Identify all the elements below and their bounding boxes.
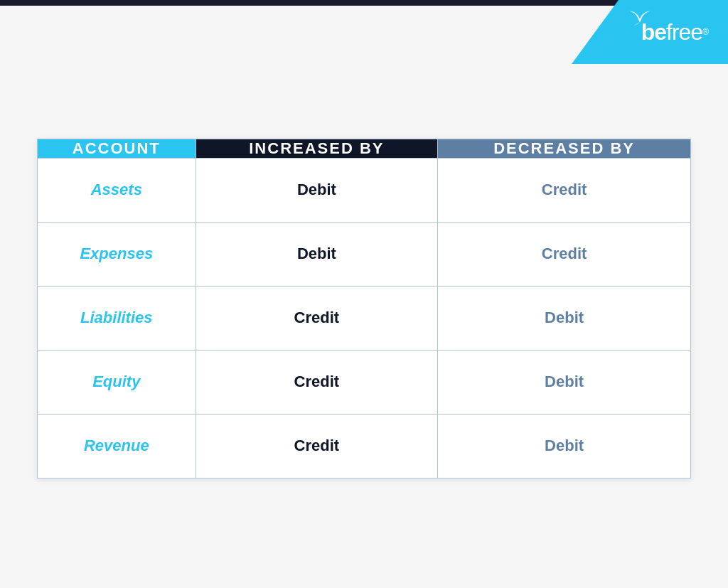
cell-increased-expenses: Debit — [196, 222, 438, 286]
cell-increased-liabilities: Credit — [196, 286, 438, 350]
cell-account-expenses: Expenses — [38, 222, 196, 286]
cell-decreased-expenses: Credit — [438, 222, 691, 286]
table-row: ExpensesDebitCredit — [38, 222, 691, 286]
cell-decreased-revenue: Debit — [438, 414, 691, 478]
cell-increased-assets: Debit — [196, 158, 438, 222]
bird-icon — [628, 10, 651, 28]
table-row: LiabilitiesCreditDebit — [38, 286, 691, 350]
cell-account-liabilities: Liabilities — [38, 286, 196, 350]
logo-area: befree® — [572, 0, 728, 64]
cell-decreased-equity: Debit — [438, 350, 691, 414]
logo-registered: ® — [702, 27, 708, 37]
table-row: AssetsDebitCredit — [38, 158, 691, 222]
logo-free: free — [666, 19, 702, 46]
main-content: ACCOUNT INCREASED BY DECREASED BY Assets… — [36, 71, 692, 545]
cell-account-revenue: Revenue — [38, 414, 196, 478]
table-header-row: ACCOUNT INCREASED BY DECREASED BY — [38, 139, 691, 158]
table-body: AssetsDebitCreditExpensesDebitCreditLiab… — [38, 158, 691, 478]
table-row: EquityCreditDebit — [38, 350, 691, 414]
cell-decreased-assets: Credit — [438, 158, 691, 222]
cell-increased-revenue: Credit — [196, 414, 438, 478]
cell-account-assets: Assets — [38, 158, 196, 222]
cell-account-equity: Equity — [38, 350, 196, 414]
header-account: ACCOUNT — [38, 139, 196, 158]
table-row: RevenueCreditDebit — [38, 414, 691, 478]
header-increased-by: INCREASED BY — [196, 139, 438, 158]
header-decreased-by: DECREASED BY — [438, 139, 691, 158]
accounting-table: ACCOUNT INCREASED BY DECREASED BY Assets… — [37, 139, 691, 479]
cell-increased-equity: Credit — [196, 350, 438, 414]
cell-decreased-liabilities: Debit — [438, 286, 691, 350]
